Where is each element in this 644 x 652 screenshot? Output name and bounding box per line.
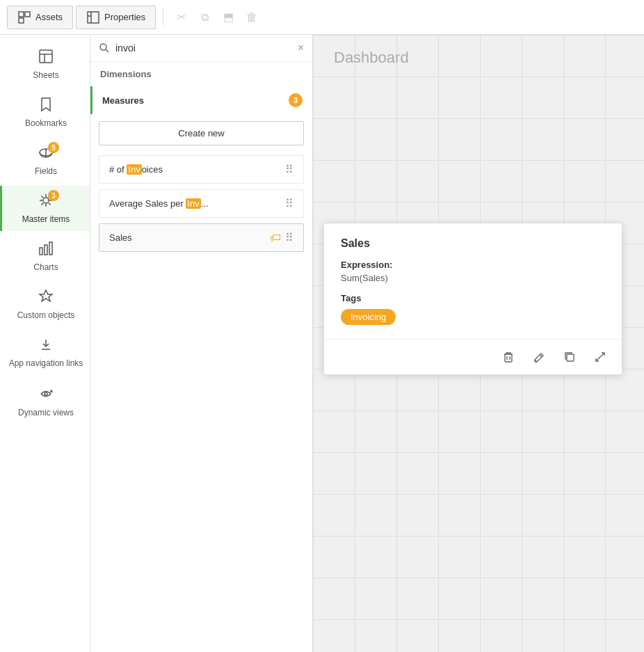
dimensions-section-header[interactable]: Dimensions — [90, 62, 312, 86]
measure-item-avg-sales[interactable]: Average Sales per Inv... ⠿ — [99, 189, 304, 218]
dynamic-views-icon — [38, 386, 54, 405]
sidebar-item-custom-objects[interactable]: Custom objects — [0, 282, 90, 327]
measure-invoices-menu-icon[interactable]: ⠿ — [285, 163, 293, 176]
svg-rect-34 — [567, 354, 574, 361]
measure-avg-suffix: ... — [201, 198, 209, 209]
svg-line-36 — [596, 357, 600, 361]
measure-invoices-suffix: oices — [142, 164, 163, 175]
delete-button[interactable]: 🗑 — [241, 7, 262, 28]
svg-line-35 — [600, 353, 604, 357]
dashboard-grid: Dashboard Sales Expression: Sum(Sales) T… — [313, 35, 644, 652]
create-new-button[interactable]: Create new — [99, 121, 304, 145]
sidebar-item-bookmarks[interactable]: Bookmarks — [0, 90, 90, 135]
sidebar-item-dynamic-views[interactable]: Dynamic views — [0, 379, 90, 426]
toolbar-divider — [163, 9, 163, 26]
main-layout: Sheets Bookmarks 9 Fields — [0, 35, 644, 652]
copy-button[interactable]: ⧉ — [194, 7, 215, 28]
tooltip-expression-label: Expression: — [341, 260, 605, 270]
measure-invoices-actions: ⠿ — [285, 163, 293, 176]
svg-rect-20 — [40, 248, 42, 255]
master-items-badge: 3 — [48, 190, 59, 201]
svg-point-11 — [43, 198, 49, 203]
measure-sales-label: Sales — [109, 232, 270, 243]
bookmarks-label: Bookmarks — [25, 118, 67, 128]
fields-badge: 9 — [48, 142, 59, 153]
search-input[interactable] — [115, 42, 292, 54]
svg-line-17 — [49, 203, 51, 205]
toolbar: Assets Properties ✂ ⧉ ⬒ 🗑 — [0, 0, 644, 35]
tooltip-tag: Invoicing — [341, 309, 396, 325]
tooltip-tags-label: Tags — [341, 293, 605, 303]
master-items-icon: 3 — [38, 193, 54, 212]
sheets-label: Sheets — [33, 70, 58, 80]
tooltip-footer — [324, 339, 622, 374]
measure-item-sales[interactable]: Sales 🏷 ⠿ — [99, 223, 304, 252]
tooltip-name: Sales — [341, 237, 605, 250]
tooltip-delete-button[interactable] — [498, 347, 519, 367]
properties-icon — [86, 10, 100, 24]
measures-count-badge: 3 — [289, 93, 303, 107]
search-clear-button[interactable]: × — [298, 42, 304, 54]
svg-rect-22 — [49, 242, 52, 255]
assets-icon — [17, 10, 31, 24]
measure-sales-menu-icon[interactable]: ⠿ — [285, 231, 293, 244]
svg-line-27 — [106, 49, 108, 52]
sidebar-item-charts[interactable]: Charts — [0, 234, 90, 279]
master-items-label: Master items — [22, 214, 70, 224]
left-sidebar: Sheets Bookmarks 9 Fields — [0, 35, 90, 652]
tooltip-body: Sales Expression: Sum(Sales) Tags Invoic… — [324, 223, 622, 339]
svg-line-16 — [42, 196, 44, 198]
svg-rect-3 — [88, 12, 99, 23]
charts-label: Charts — [33, 262, 58, 272]
tooltip-expression-value: Sum(Sales) — [341, 273, 605, 283]
main-content: Dashboard Sales Expression: Sum(Sales) T… — [313, 35, 644, 652]
assets-tab-label: Assets — [35, 12, 63, 22]
paste-button[interactable]: ⬒ — [218, 7, 239, 28]
svg-rect-21 — [45, 245, 47, 255]
measure-invoices-prefix: # of — [109, 164, 127, 175]
sheets-icon — [38, 49, 54, 67]
svg-line-31 — [540, 355, 542, 357]
assets-panel: × Dimensions Measures 3 Create new # of … — [90, 35, 313, 652]
sidebar-item-fields[interactable]: 9 Fields — [0, 138, 90, 183]
properties-tab[interactable]: Properties — [76, 6, 156, 29]
dynamic-views-label: Dynamic views — [18, 408, 74, 419]
app-nav-icon — [38, 337, 54, 356]
sidebar-item-master-items[interactable]: 3 Master items — [0, 186, 90, 231]
svg-rect-28 — [505, 354, 512, 362]
measure-avg-actions: ⠿ — [285, 197, 293, 210]
tooltip-edit-button[interactable] — [529, 347, 549, 367]
properties-tab-label: Properties — [104, 12, 145, 22]
svg-rect-0 — [19, 12, 24, 17]
svg-rect-1 — [25, 12, 30, 17]
custom-objects-icon — [38, 289, 54, 308]
dimensions-label: Dimensions — [100, 69, 152, 79]
measure-sales-actions: 🏷 ⠿ — [270, 231, 293, 244]
fields-icon: 9 — [38, 145, 54, 164]
sidebar-item-sheets[interactable]: Sheets — [0, 42, 90, 87]
svg-rect-2 — [19, 18, 24, 23]
assets-tab[interactable]: Assets — [7, 6, 73, 29]
svg-point-26 — [100, 44, 106, 50]
fields-label: Fields — [35, 166, 57, 176]
measure-invoices-label: # of Invoices — [109, 164, 285, 175]
measure-invoices-highlight: Inv — [127, 164, 141, 175]
tooltip-expand-button[interactable] — [590, 347, 611, 367]
custom-objects-label: Custom objects — [17, 310, 75, 320]
search-bar: × — [90, 35, 312, 62]
measures-section-header[interactable]: Measures 3 — [90, 86, 312, 114]
measure-item-invoices[interactable]: # of Invoices ⠿ — [99, 155, 304, 184]
tooltip-popup: Sales Expression: Sum(Sales) Tags Invoic… — [323, 223, 622, 375]
charts-icon — [38, 241, 54, 260]
measure-sales-tag-icon: 🏷 — [270, 232, 281, 244]
measure-avg-prefix: Average Sales per — [109, 198, 186, 209]
bookmarks-icon — [38, 97, 54, 116]
svg-point-25 — [45, 392, 47, 395]
measure-avg-sales-label: Average Sales per Inv... — [109, 198, 285, 209]
cut-button[interactable]: ✂ — [170, 7, 191, 28]
measure-avg-menu-icon[interactable]: ⠿ — [285, 197, 293, 210]
svg-rect-6 — [40, 50, 52, 63]
sidebar-item-app-nav[interactable]: App navigation links — [0, 330, 90, 376]
dashboard-title: Dashboard — [334, 49, 409, 67]
tooltip-duplicate-button[interactable] — [559, 347, 580, 367]
